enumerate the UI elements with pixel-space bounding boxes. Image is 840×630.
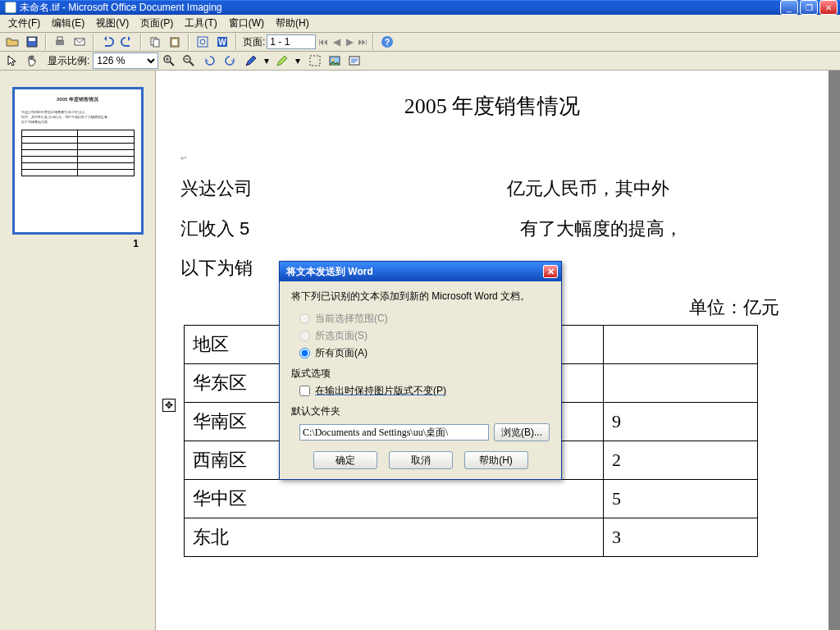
- radio-selected-pages: 所选页面(S): [299, 329, 550, 343]
- menu-window[interactable]: 窗口(W): [224, 15, 269, 32]
- hand-tool[interactable]: [23, 52, 41, 70]
- menu-help[interactable]: 帮助(H): [271, 15, 314, 32]
- next-page-button[interactable]: ▶: [344, 34, 355, 50]
- app-icon: [5, 2, 16, 13]
- dialog-close-button[interactable]: ✕: [543, 265, 558, 278]
- menu-page[interactable]: 页面(P): [135, 15, 178, 32]
- radio-all-pages[interactable]: 所有页面(A): [299, 346, 550, 360]
- rotate-right-button[interactable]: [221, 52, 239, 70]
- toolbar-standard: W 页面: ⏮ ◀ ▶ ⏭ ?: [0, 33, 840, 52]
- prev-page-button[interactable]: ◀: [331, 34, 342, 50]
- svg-rect-2: [56, 40, 64, 45]
- pen-blue-button[interactable]: [242, 52, 260, 70]
- svg-text:W: W: [218, 38, 226, 47]
- window-title: 未命名.tif - Microsoft Office Document Imag…: [20, 1, 780, 15]
- layout-header: 版式选项: [291, 367, 550, 381]
- first-page-button[interactable]: ⏮: [317, 34, 329, 50]
- menu-tools[interactable]: 工具(T): [180, 15, 221, 32]
- titlebar: 未命名.tif - Microsoft Office Document Imag…: [0, 0, 840, 15]
- browse-button[interactable]: 浏览(B)...: [494, 423, 550, 441]
- svg-rect-8: [172, 39, 177, 45]
- zoom-label: 显示比例:: [48, 54, 89, 68]
- move-handle-icon[interactable]: ✥: [162, 399, 176, 412]
- dialog-help-button[interactable]: 帮助(H): [464, 451, 528, 469]
- toolbar-view: 显示比例: 126 % ▾ ▾: [0, 52, 840, 71]
- save-button[interactable]: [23, 33, 41, 51]
- undo-button[interactable]: [98, 33, 116, 51]
- svg-point-24: [332, 59, 335, 62]
- cancel-button[interactable]: 取消: [389, 451, 453, 469]
- minimize-button[interactable]: _: [780, 0, 798, 15]
- keep-layout-label: 在输出时保持图片版式不变(P): [315, 385, 446, 396]
- help-button[interactable]: ?: [378, 33, 396, 51]
- table-row: 东北3: [185, 518, 758, 556]
- dialog-description: 将下列已识别的文本添加到新的 Microsoft Word 文档。: [291, 290, 550, 304]
- thumbnail-number: 1: [7, 238, 148, 249]
- svg-line-16: [170, 62, 174, 66]
- table-row: 华中区5: [185, 479, 758, 518]
- svg-line-20: [189, 62, 194, 66]
- mail-button[interactable]: [71, 33, 89, 51]
- radio-current-selection: 当前选择范围(C): [299, 312, 550, 326]
- close-button[interactable]: ✕: [819, 0, 838, 15]
- svg-rect-6: [153, 39, 159, 47]
- zoom-select[interactable]: 126 %: [93, 52, 158, 69]
- folder-path-input[interactable]: [299, 424, 489, 441]
- page-label: 页面:: [243, 35, 265, 49]
- pen-blue-dropdown[interactable]: ▾: [262, 52, 272, 70]
- page-input[interactable]: [267, 34, 316, 49]
- highlighter-dropdown[interactable]: ▾: [293, 52, 303, 70]
- redo-button[interactable]: [118, 33, 136, 51]
- menu-file[interactable]: 文件(F): [3, 15, 45, 32]
- ok-button[interactable]: 确定: [313, 451, 377, 469]
- dialog-title-text: 将文本发送到 Word: [283, 265, 543, 279]
- svg-rect-22: [310, 56, 320, 66]
- keep-layout-checkbox[interactable]: [299, 386, 310, 396]
- highlighter-button[interactable]: [273, 52, 291, 70]
- keep-layout-row[interactable]: 在输出时保持图片版式不变(P): [299, 384, 550, 398]
- folder-header: 默认文件夹: [291, 404, 550, 418]
- svg-rect-1: [29, 38, 35, 41]
- work-area: 2005 年度销售情况 兴达公司2005年度总计销售额为18.27亿元人民币，其…: [0, 71, 840, 630]
- pointer-tool[interactable]: [3, 52, 21, 70]
- doc-title: 2005 年度销售情况: [180, 92, 804, 121]
- page-range-group: 当前选择范围(C) 所选页面(S) 所有页面(A): [299, 312, 550, 360]
- insert-image-button[interactable]: [326, 52, 344, 70]
- select-image-button[interactable]: [306, 52, 324, 70]
- last-page-button[interactable]: ⏭: [357, 34, 368, 50]
- zoom-out-button[interactable]: [180, 52, 198, 70]
- thumbnail-page-1[interactable]: 2005 年度销售情况 兴达公司2005年度总计销售额为18.27亿元人民币，其…: [12, 87, 144, 235]
- send-to-word-button[interactable]: W: [213, 33, 231, 51]
- svg-rect-3: [57, 37, 62, 40]
- print-button[interactable]: [51, 33, 69, 51]
- paste-button[interactable]: [166, 33, 184, 51]
- thumbnail-panel: 2005 年度销售情况 兴达公司2005年度总计销售额为18.27亿元人民币，其…: [0, 71, 156, 630]
- zoom-in-button[interactable]: [160, 52, 178, 70]
- properties-button[interactable]: [345, 52, 363, 70]
- copy-button[interactable]: [146, 33, 164, 51]
- maximize-button[interactable]: ❐: [800, 0, 818, 15]
- rotate-left-button[interactable]: [201, 52, 219, 70]
- send-to-word-dialog: 将文本发送到 Word ✕ 将下列已识别的文本添加到新的 Microsoft W…: [279, 261, 562, 480]
- menu-view[interactable]: 视图(V): [91, 15, 134, 32]
- menu-bar: 文件(F) 编辑(E) 视图(V) 页面(P) 工具(T) 窗口(W) 帮助(H…: [0, 15, 840, 33]
- ocr-button[interactable]: [194, 33, 212, 51]
- svg-point-10: [200, 39, 205, 44]
- svg-rect-9: [198, 37, 208, 47]
- dialog-titlebar[interactable]: 将文本发送到 Word ✕: [280, 262, 561, 281]
- svg-text:?: ?: [385, 37, 390, 47]
- open-button[interactable]: [3, 33, 21, 51]
- menu-edit[interactable]: 编辑(E): [47, 15, 89, 32]
